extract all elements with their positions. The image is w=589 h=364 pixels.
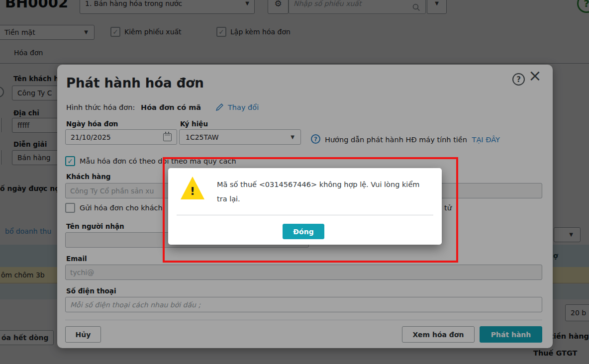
app-window: BH0002 1. Bán hàng hóa trong nước ▼ ⚙ ▼ … [0,0,589,364]
annotation-highlight [163,157,458,263]
